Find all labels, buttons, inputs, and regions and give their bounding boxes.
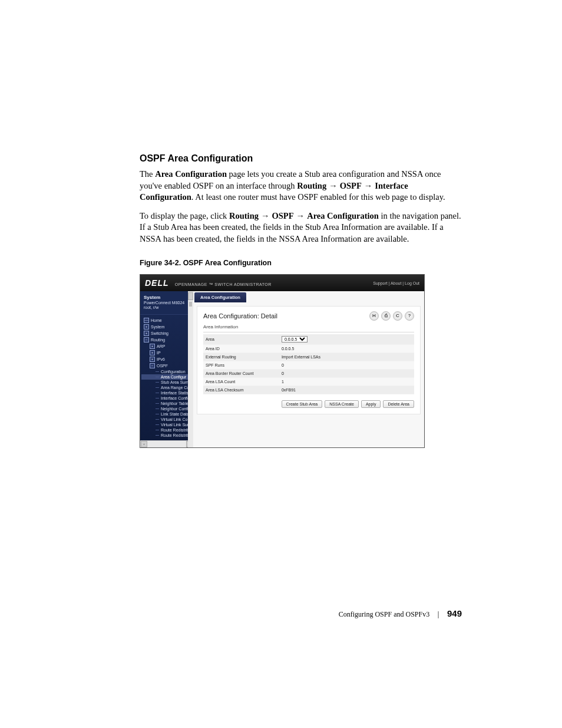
- field-value: 0xFB91: [279, 386, 414, 394]
- nav-tree-item[interactable]: —Home: [141, 317, 192, 324]
- nav-tree-item[interactable]: Route Redistrib: [141, 427, 192, 433]
- nav-tree-label: Route Redistrib: [161, 433, 189, 437]
- panel-toolbar: H ⎙ C ?: [369, 311, 414, 321]
- expand-icon[interactable]: +: [150, 344, 155, 349]
- nav-tree-item[interactable]: Virtual Link Conf: [141, 417, 192, 422]
- collapse-icon[interactable]: −: [150, 363, 155, 368]
- nav-tree-item[interactable]: Virtual Link Sum: [141, 422, 192, 427]
- scroll-arrow-left-icon[interactable]: ‹: [141, 441, 147, 447]
- nav-tree-item[interactable]: Interface Config: [141, 396, 192, 401]
- nav-tree-label: IP: [157, 351, 161, 355]
- nav-tree-item[interactable]: Configuration: [141, 369, 192, 374]
- tree-connector-icon: [156, 409, 159, 409]
- field-label: Area LSA Checksum: [203, 386, 279, 394]
- field-value: 0: [279, 370, 414, 378]
- tree-connector-icon: [156, 382, 159, 383]
- main-content: Area Configuration Area Configuration: D…: [193, 291, 424, 447]
- expand-icon[interactable]: +: [144, 324, 149, 330]
- nav-tree-item[interactable]: Stub Area Summ: [141, 380, 192, 385]
- nav-tree-label: System: [151, 325, 164, 329]
- nav-tree-label: Home: [151, 318, 162, 322]
- field-label: Area Border Router Count: [203, 370, 279, 378]
- nav-ospf: OSPF: [272, 211, 294, 220]
- section-subhead: Area Information: [203, 324, 414, 332]
- nav-tree-item[interactable]: Link State Datab: [141, 411, 192, 417]
- nav-tree-label: Area Configur: [161, 375, 186, 379]
- nav-tree-label: Routing: [151, 338, 165, 342]
- footer-chapter: Configuring OSPF and OSPFv3: [339, 610, 429, 618]
- apply-button[interactable]: Apply: [361, 400, 381, 408]
- refresh-icon[interactable]: C: [393, 311, 402, 321]
- nav-tree-item[interactable]: Area Configur: [141, 374, 192, 380]
- nav-tree-label: Neighbor Config: [161, 407, 191, 411]
- sidebar-scrollbar[interactable]: [188, 291, 193, 447]
- tree-connector-icon: [156, 371, 159, 372]
- nav-tree-item[interactable]: +IPv6: [141, 356, 192, 363]
- delete-area-button[interactable]: Delete Area: [383, 400, 414, 408]
- tree-connector-icon: [156, 419, 159, 420]
- nav-tree-item[interactable]: Neighbor Config: [141, 406, 192, 411]
- help-icon[interactable]: ?: [405, 311, 414, 321]
- nav-ospf: OSPF: [340, 181, 362, 190]
- save-icon[interactable]: H: [369, 311, 379, 321]
- arrow-icon: →: [294, 211, 308, 220]
- panel-title: Area Configuration: Detail: [203, 312, 277, 319]
- collapse-icon[interactable]: −: [144, 337, 149, 342]
- nav-tree-label: Switching: [151, 331, 168, 335]
- nav-tree-label: Neighbor Table: [161, 401, 189, 406]
- nav-tree-label: Configuration: [161, 370, 186, 374]
- dell-logo: DELL: [145, 278, 169, 288]
- intro-paragraph-1: The Area Configuration page lets you cre…: [140, 169, 462, 203]
- tab-area-configuration[interactable]: Area Configuration: [194, 292, 246, 302]
- field-value: 0.0.0.5: [279, 345, 414, 353]
- tree-connector-icon: [156, 398, 159, 398]
- table-row: External RoutingImport External LSAs: [203, 353, 414, 361]
- area-info-table: Area0.0.0.5Area ID0.0.0.5External Routin…: [203, 334, 414, 394]
- nav-tree-label: ARP: [157, 344, 165, 348]
- expand-icon[interactable]: +: [150, 350, 155, 355]
- footer-divider: |: [438, 610, 439, 618]
- arrow-icon: →: [326, 181, 340, 190]
- nssa-create-button[interactable]: NSSA Create: [325, 400, 359, 408]
- nav-tree-label: Interface Statisti: [161, 391, 190, 395]
- nav-tree-item[interactable]: +ARP: [141, 343, 192, 350]
- nav-tree-item[interactable]: Interface Statisti: [141, 390, 192, 396]
- nav-tree-item[interactable]: Area Range Con: [141, 385, 192, 390]
- node-icon[interactable]: —: [144, 318, 149, 323]
- nav-tree-item[interactable]: +System: [141, 324, 192, 330]
- detail-panel: Area Configuration: Detail H ⎙ C ? Area …: [197, 306, 421, 414]
- nav-tree-item[interactable]: Route Redistrib: [141, 433, 192, 438]
- scroll-arrow-up-icon[interactable]: [188, 292, 193, 300]
- section-title: OSPF Area Configuration: [140, 153, 462, 164]
- scroll-thumb[interactable]: [189, 302, 192, 307]
- top-links[interactable]: Support | About | Log Out: [373, 281, 419, 285]
- action-buttons: Create Stub AreaNSSA CreateApplyDelete A…: [203, 400, 414, 408]
- nav-tree-item[interactable]: −OSPF: [141, 363, 192, 369]
- tree-connector-icon: [156, 414, 159, 414]
- tree-connector-icon: [156, 430, 159, 430]
- sidebar-user: root, r/w: [144, 305, 190, 310]
- nav-tree-item[interactable]: −Routing: [141, 337, 192, 343]
- nav-tree-label: OSPF: [157, 364, 168, 368]
- field-value: Import External LSAs: [279, 353, 414, 361]
- create-stub-area-button[interactable]: Create Stub Area: [282, 400, 323, 408]
- embedded-screenshot: DELL OPENMANAGE ™ SWITCH ADMINISTRATOR S…: [140, 274, 425, 447]
- nav-routing: Routing: [297, 181, 326, 190]
- expand-icon[interactable]: +: [144, 331, 149, 336]
- nav-tree-label: Link State Datab: [161, 412, 191, 416]
- expand-icon[interactable]: +: [150, 357, 155, 362]
- nav-tree-item[interactable]: +IP: [141, 350, 192, 356]
- field-label: Area ID: [203, 345, 279, 353]
- nav-tree[interactable]: —Home+System+Switching−Routing+ARP+IP+IP…: [140, 315, 193, 440]
- arrow-icon: →: [362, 181, 375, 190]
- print-icon[interactable]: ⎙: [381, 311, 391, 321]
- area-select[interactable]: 0.0.0.5: [282, 336, 308, 342]
- nav-tree-label: IPv6: [157, 357, 165, 361]
- text: . At least one router must have OSPF ena…: [191, 192, 445, 202]
- nav-tree-item[interactable]: +Switching: [141, 330, 192, 337]
- sidebar-hscroll[interactable]: ‹ ›: [140, 440, 193, 447]
- tree-connector-icon: [156, 435, 159, 436]
- nav-area-configuration: Area Configuration: [307, 211, 379, 220]
- nav-tree-item[interactable]: Neighbor Table: [141, 401, 192, 406]
- nav-tree-label: Interface Config: [161, 396, 190, 400]
